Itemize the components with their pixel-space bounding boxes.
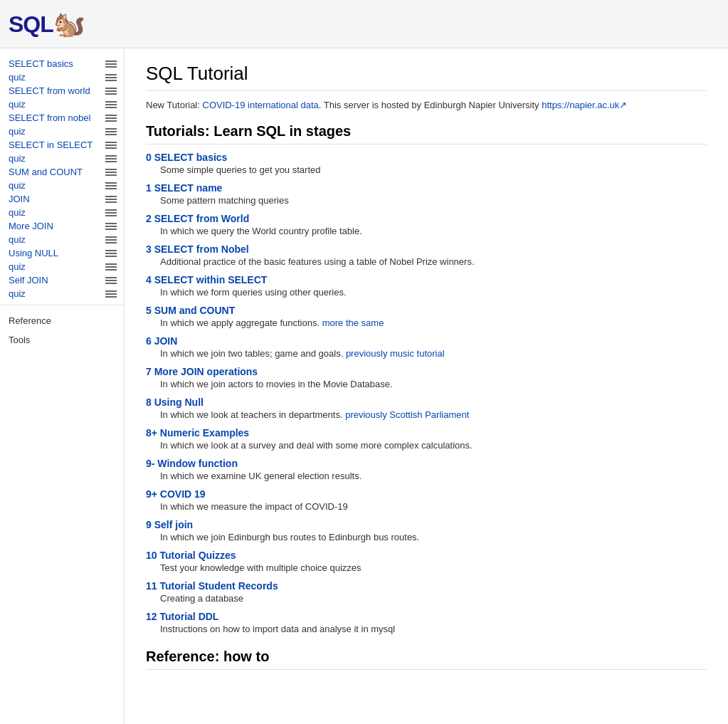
sidebar-link-quiz-8[interactable]: quiz bbox=[9, 261, 26, 272]
sidebar-link-quiz-3[interactable]: quiz bbox=[9, 126, 26, 137]
tutorial-item-5: 5 SUM and COUNT In which we apply aggreg… bbox=[146, 305, 707, 328]
tutorial-link-4[interactable]: 4 SELECT within SELECT bbox=[146, 274, 267, 285]
sidebar-item-join[interactable]: JOIN bbox=[0, 192, 124, 206]
sidebar: SELECT basics quiz SELECT from world qui… bbox=[0, 48, 125, 724]
sidebar-item-quiz-6[interactable]: quiz bbox=[0, 206, 124, 219]
tutorial-desc-9: In which we join Edinburgh bus routes to… bbox=[160, 532, 707, 542]
tutorial-item-11: 11 Tutorial Student Records Creating a d… bbox=[146, 580, 707, 604]
notice-napier-link[interactable]: https://napier.ac.uk↗ bbox=[542, 100, 627, 110]
sidebar-item-select-from-nobel[interactable]: SELECT from nobel bbox=[0, 111, 124, 125]
tutorial-link-9plus[interactable]: 9+ COVID 19 bbox=[146, 488, 206, 500]
tutorial-item-3: 3 SELECT from Nobel Additional practice … bbox=[146, 243, 707, 267]
sidebar-bars-quiz-3[interactable] bbox=[105, 128, 117, 135]
notice-covid-link[interactable]: COVID-19 international data bbox=[203, 100, 319, 110]
tutorial-item-9minus: 9- Window function In which we examine U… bbox=[146, 458, 707, 481]
sidebar-bars-select-in-select[interactable] bbox=[105, 142, 117, 149]
sidebar-item-quiz-9[interactable]: quiz bbox=[0, 287, 124, 300]
sidebar-link-reference[interactable]: Reference bbox=[9, 315, 51, 326]
sidebar-link-quiz-7[interactable]: quiz bbox=[9, 234, 26, 245]
tutorial-desc-8: In which we look at teachers in departme… bbox=[160, 409, 707, 420]
sidebar-item-quiz-7[interactable]: quiz bbox=[0, 233, 124, 246]
sidebar-item-select-basics[interactable]: SELECT basics bbox=[0, 57, 124, 70]
sidebar-link-quiz-1[interactable]: quiz bbox=[9, 72, 26, 83]
tutorial-link-9[interactable]: 9 Self join bbox=[146, 519, 193, 530]
sidebar-bars-select-from-world[interactable] bbox=[105, 88, 117, 95]
tutorial-6-link[interactable]: previously music tutorial bbox=[346, 348, 445, 359]
sidebar-section-tools[interactable]: Tools bbox=[0, 329, 124, 348]
logo-text: SQL bbox=[9, 13, 53, 36]
sidebar-link-quiz-6[interactable]: quiz bbox=[9, 207, 26, 218]
tutorial-link-11[interactable]: 11 Tutorial Student Records bbox=[146, 580, 278, 592]
logo-area[interactable]: SQL 🐿️ bbox=[9, 11, 85, 37]
sidebar-divider-1 bbox=[0, 305, 124, 305]
tutorial-link-1[interactable]: 1 SELECT name bbox=[146, 182, 222, 194]
sidebar-link-sum-count[interactable]: SUM and COUNT bbox=[9, 167, 83, 177]
sidebar-link-tools[interactable]: Tools bbox=[9, 335, 30, 345]
sidebar-bars-quiz-8[interactable] bbox=[105, 263, 117, 271]
sidebar-bars-quiz-1[interactable] bbox=[105, 74, 117, 81]
tutorial-desc-10: Test your knowledge with multiple choice… bbox=[160, 562, 707, 573]
sidebar-item-using-null[interactable]: Using NULL bbox=[0, 246, 124, 260]
sidebar-link-quiz-2[interactable]: quiz bbox=[9, 99, 26, 110]
sidebar-bars-select-basics[interactable] bbox=[105, 61, 117, 68]
sidebar-bars-more-join[interactable] bbox=[105, 223, 117, 230]
sidebar-link-quiz-9[interactable]: quiz bbox=[9, 288, 26, 299]
tutorial-link-6[interactable]: 6 JOIN bbox=[146, 335, 177, 347]
tutorial-link-12[interactable]: 12 Tutorial DDL bbox=[146, 611, 218, 622]
tutorial-8-link[interactable]: previously Scottish Parliament bbox=[345, 409, 469, 420]
tutorial-link-9minus[interactable]: 9- Window function bbox=[146, 458, 238, 469]
tutorial-link-3[interactable]: 3 SELECT from Nobel bbox=[146, 243, 249, 255]
tutorial-link-2[interactable]: 2 SELECT from World bbox=[146, 213, 249, 224]
sidebar-item-quiz-1[interactable]: quiz bbox=[0, 70, 124, 84]
sidebar-link-quiz-4[interactable]: quiz bbox=[9, 153, 26, 164]
tutorial-item-12: 12 Tutorial DDL Instructions on how to i… bbox=[146, 611, 707, 634]
sidebar-item-quiz-2[interactable]: quiz bbox=[0, 98, 124, 111]
sidebar-bars-quiz-7[interactable] bbox=[105, 236, 117, 243]
sidebar-item-quiz-8[interactable]: quiz bbox=[0, 260, 124, 273]
sidebar-item-sum-count[interactable]: SUM and COUNT bbox=[0, 165, 124, 179]
sidebar-link-select-from-world[interactable]: SELECT from world bbox=[9, 85, 90, 96]
tutorial-link-10[interactable]: 10 Tutorial Quizzes bbox=[146, 550, 236, 561]
sidebar-section-reference[interactable]: Reference bbox=[0, 310, 124, 329]
sidebar-item-select-in-select[interactable]: SELECT in SELECT bbox=[0, 138, 124, 152]
tutorial-item-10: 10 Tutorial Quizzes Test your knowledge … bbox=[146, 550, 707, 573]
sidebar-item-quiz-3[interactable]: quiz bbox=[0, 125, 124, 138]
sidebar-item-select-from-world[interactable]: SELECT from world bbox=[0, 84, 124, 98]
sidebar-link-select-in-select[interactable]: SELECT in SELECT bbox=[9, 140, 93, 150]
main-content: SQL Tutorial New Tutorial: COVID-19 inte… bbox=[125, 48, 728, 724]
tutorial-desc-12: Instructions on how to import data and a… bbox=[160, 624, 707, 634]
sidebar-bars-quiz-4[interactable] bbox=[105, 155, 117, 162]
tutorial-link-0[interactable]: 0 SELECT basics bbox=[146, 152, 227, 163]
notice-bar: New Tutorial: COVID-19 international dat… bbox=[146, 100, 707, 110]
tutorial-link-8[interactable]: 8 Using Null bbox=[146, 397, 204, 408]
sidebar-link-using-null[interactable]: Using NULL bbox=[9, 248, 58, 258]
sidebar-link-more-join[interactable]: More JOIN bbox=[9, 221, 53, 231]
tutorial-item-2: 2 SELECT from World In which we query th… bbox=[146, 213, 707, 236]
tutorial-link-8plus[interactable]: 8+ Numeric Examples bbox=[146, 427, 249, 439]
sidebar-item-more-join[interactable]: More JOIN bbox=[0, 219, 124, 233]
sidebar-bars-sum-count[interactable] bbox=[105, 169, 117, 176]
tutorial-desc-6: In which we join two tables; game and go… bbox=[160, 348, 707, 359]
sidebar-bars-quiz-5[interactable] bbox=[105, 182, 117, 189]
sidebar-link-join[interactable]: JOIN bbox=[9, 194, 30, 204]
tutorial-desc-7: In which we join actors to movies in the… bbox=[160, 379, 707, 389]
tutorial-item-9: 9 Self join In which we join Edinburgh b… bbox=[146, 519, 707, 542]
sidebar-link-quiz-5[interactable]: quiz bbox=[9, 180, 26, 191]
sidebar-bars-quiz-2[interactable] bbox=[105, 101, 117, 108]
sidebar-link-select-basics[interactable]: SELECT basics bbox=[9, 58, 73, 69]
sidebar-item-quiz-5[interactable]: quiz bbox=[0, 179, 124, 192]
sidebar-link-select-from-nobel[interactable]: SELECT from nobel bbox=[9, 112, 90, 123]
sidebar-bars-select-from-nobel[interactable] bbox=[105, 115, 117, 122]
tutorial-link-7[interactable]: 7 More JOIN operations bbox=[146, 366, 258, 377]
tutorial-5-link[interactable]: more the same bbox=[322, 318, 384, 328]
tutorial-link-5[interactable]: 5 SUM and COUNT bbox=[146, 305, 235, 316]
sidebar-item-self-join[interactable]: Self JOIN bbox=[0, 273, 124, 287]
sidebar-item-quiz-4[interactable]: quiz bbox=[0, 152, 124, 165]
sidebar-bars-using-null[interactable] bbox=[105, 250, 117, 257]
sidebar-bars-join[interactable] bbox=[105, 196, 117, 203]
sidebar-bars-quiz-9[interactable] bbox=[105, 290, 117, 298]
sidebar-bars-self-join[interactable] bbox=[105, 277, 117, 284]
sidebar-link-self-join[interactable]: Self JOIN bbox=[9, 275, 48, 285]
tutorial-desc-4: In which we form queries using other que… bbox=[160, 287, 707, 298]
sidebar-bars-quiz-6[interactable] bbox=[105, 209, 117, 216]
